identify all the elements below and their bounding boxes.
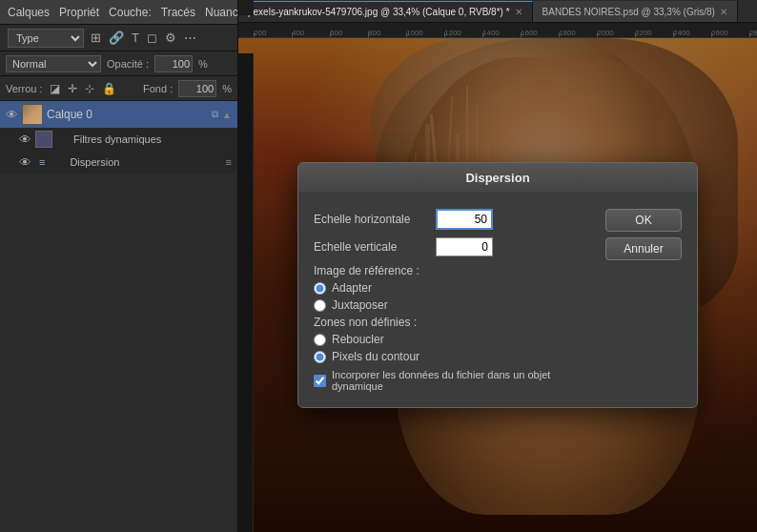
zones-label: Zones non définies : [314, 316, 594, 329]
tab-bandes-close[interactable]: ✕ [720, 7, 727, 17]
dialog-title-bar: Dispersion [298, 163, 697, 194]
tab-pexels-label: pexels-yankrukov-5479706.jpg @ 33,4% (Ca… [248, 7, 510, 17]
blend-mode-select[interactable]: Normal [6, 55, 101, 72]
panel-menu-bar: Calques Propriét Couche: Tracés Nuancie [0, 0, 237, 25]
juxtaposer-row: Juxtaposer [314, 298, 594, 312]
more-icon[interactable]: ⚙ [164, 30, 177, 46]
layer-toolbar: Type ⊞ 🔗 T ◻ ⚙ ⋯ [0, 25, 237, 51]
ruler-mark-1400: 1400 [482, 29, 521, 37]
reboucler-label[interactable]: Reboucler [332, 333, 384, 346]
lock-move-icon[interactable]: ✛ [67, 81, 78, 96]
echelle-h-label: Echelle horizontale [314, 213, 428, 226]
ruler-mark-200: 200 [254, 29, 292, 37]
lock-artboard-icon[interactable]: ⊹ [84, 81, 95, 96]
ruler-mark-2600: 2600 [711, 29, 749, 37]
adapter-radio[interactable] [314, 282, 326, 295]
fill-label: Fond : [143, 83, 173, 94]
layer-options-icon[interactable]: ≡ [226, 156, 232, 168]
echelle-h-input[interactable] [436, 209, 493, 230]
reboucler-radio[interactable] [314, 334, 326, 346]
menu-calques[interactable]: Calques [8, 6, 50, 19]
filter-adj-icon: ≡ [39, 156, 45, 168]
adapter-row: Adapter [314, 281, 594, 295]
sub-layers-group: 👁 Filtres dynamiques 👁 ≡ Dispersion ≡ [0, 128, 237, 174]
ruler-corner [238, 0, 254, 15]
ruler-mark-600: 600 [330, 29, 368, 37]
sublayer-dispersion[interactable]: 👁 ≡ Dispersion ≡ [0, 151, 237, 174]
ruler-mark-1200: 1200 [444, 29, 482, 37]
image-ref-label: Image de référence : [314, 264, 594, 277]
ruler-top: 200 400 600 800 1000 1200 1400 1600 1800… [238, 23, 757, 38]
ruler-mark-2800: 2800 [749, 29, 757, 37]
sublayer-name-dispersion: Dispersion [70, 156, 221, 168]
thumbnail-icon[interactable]: ⊞ [90, 30, 102, 46]
ok-button[interactable]: OK [605, 209, 682, 232]
juxtaposer-radio[interactable] [314, 299, 326, 312]
visibility-icon-calque0[interactable]: 👁 [6, 108, 18, 122]
lock-row: Verrou : ◪ ✛ ⊹ 🔒 Fond : % [0, 76, 237, 101]
pixels-contour-row: Pixels du contour [314, 350, 594, 363]
ruler-mark-800: 800 [368, 29, 406, 37]
dialog-right-column: OK Annuler [605, 209, 682, 392]
visibility-icon-filtres[interactable]: 👁 [19, 133, 31, 147]
layer-thumb-filtres [35, 131, 52, 148]
collapse-icon[interactable]: ▲ [222, 110, 232, 120]
ruler-mark-1600: 1600 [521, 29, 559, 37]
layer-name-calque0: Calque 0 [47, 108, 208, 121]
dialog-echelle-v-row: Echelle verticale [314, 237, 594, 256]
canvas-area[interactable]: Dispersion Echelle horizontale Echelle v… [238, 38, 757, 532]
visibility-icon-dispersion[interactable]: 👁 [19, 155, 31, 170]
ruler-mark-400: 400 [292, 29, 330, 37]
tab-bandes[interactable]: BANDES NOIRES.psd @ 33,3% (Gris/8) ✕ [533, 1, 738, 22]
main-area: pexels-yankrukov-5479706.jpg @ 33,4% (Ca… [238, 0, 757, 532]
incorporer-checkbox[interactable] [314, 375, 326, 387]
annuler-button[interactable]: Annuler [605, 237, 682, 260]
dialog-left-column: Echelle horizontale Echelle verticale Im… [314, 209, 594, 392]
ruler-mark-2400: 2400 [673, 29, 711, 37]
lock-label: Verrou : [6, 83, 43, 94]
ruler-mark-2000: 2000 [597, 29, 635, 37]
sublayer-filtres-dynamiques[interactable]: 👁 Filtres dynamiques [0, 128, 237, 151]
tab-pexels-close[interactable]: ✕ [515, 7, 522, 17]
dialog-title: Dispersion [465, 171, 529, 185]
fill-input[interactable] [178, 80, 216, 97]
echelle-v-input[interactable] [436, 237, 493, 256]
fill-pct: % [222, 83, 232, 94]
adapter-label[interactable]: Adapter [332, 281, 372, 295]
blend-row: Normal Opacité : % [0, 51, 237, 76]
text-icon[interactable]: T [131, 30, 140, 46]
dialog-overlay: Dispersion Echelle horizontale Echelle v… [238, 38, 757, 532]
sublayer-name-filtres: Filtres dynamiques [73, 133, 232, 145]
opacity-input[interactable] [154, 55, 193, 72]
dispersion-dialog: Dispersion Echelle horizontale Echelle v… [297, 162, 698, 408]
ruler-marks: 200 400 600 800 1000 1200 1400 1600 1800… [254, 23, 757, 37]
smart-object-icon: ⧉ [212, 109, 218, 120]
reboucler-row: Reboucler [314, 333, 594, 346]
layer-thumb-calque0 [22, 104, 43, 125]
layers-list: 👁 Calque 0 ⧉ ▲ 👁 Filtres dynamiques 👁 ≡ … [0, 101, 237, 532]
menu-couche[interactable]: Couche: [109, 6, 152, 19]
pixels-contour-radio[interactable] [314, 351, 326, 363]
dots-icon[interactable]: ⋯ [183, 30, 197, 46]
lock-pixel-icon[interactable]: ◪ [49, 81, 61, 96]
tab-bandes-label: BANDES NOIRES.psd @ 33,3% (Gris/8) [542, 7, 715, 17]
ruler-mark-2200: 2200 [635, 29, 673, 37]
opacity-pct: % [198, 58, 208, 70]
incorporer-row: Incorporer les données du fichier dans u… [314, 369, 594, 392]
tab-bar: pexels-yankrukov-5479706.jpg @ 33,4% (Ca… [238, 0, 757, 23]
menu-propriete[interactable]: Propriét [59, 6, 99, 19]
ruler-mark-1000: 1000 [406, 29, 444, 37]
pixels-contour-label[interactable]: Pixels du contour [332, 350, 419, 363]
shape-icon[interactable]: ◻ [146, 30, 158, 46]
layer-type-select[interactable]: Type [8, 29, 84, 48]
incorporer-label[interactable]: Incorporer les données du fichier dans u… [332, 369, 594, 392]
ruler-mark-1800: 1800 [559, 29, 597, 37]
menu-traces[interactable]: Tracés [161, 6, 195, 19]
lock-all-icon[interactable]: 🔒 [101, 81, 117, 96]
layer-calque0[interactable]: 👁 Calque 0 ⧉ ▲ [0, 101, 237, 128]
echelle-v-label: Echelle verticale [314, 240, 428, 254]
link-icon[interactable]: 🔗 [108, 30, 125, 46]
juxtaposer-label[interactable]: Juxtaposer [332, 298, 388, 312]
tab-pexels[interactable]: pexels-yankrukov-5479706.jpg @ 33,4% (Ca… [238, 1, 533, 22]
opacity-label: Opacité : [107, 58, 149, 70]
